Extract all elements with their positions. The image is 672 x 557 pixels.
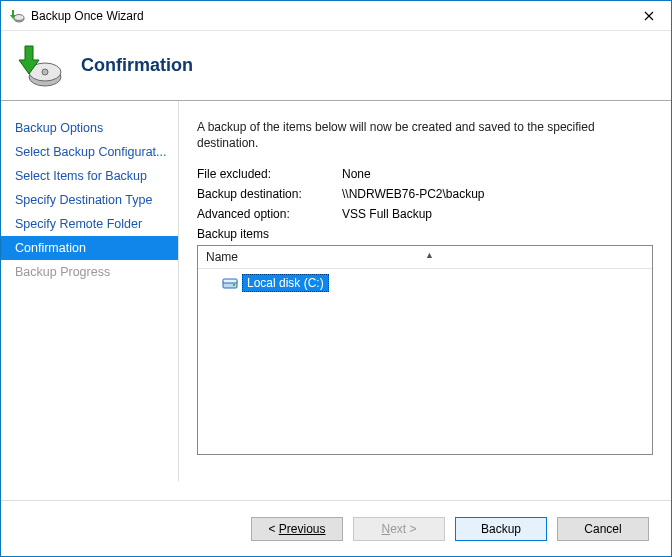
row-advanced: Advanced option: VSS Full Backup <box>197 207 653 221</box>
row-file-excluded: File excluded: None <box>197 167 653 181</box>
destination-label: Backup destination: <box>197 187 342 201</box>
step-remote-folder[interactable]: Specify Remote Folder <box>1 212 178 236</box>
wizard-steps: Backup Options Select Backup Configurat.… <box>1 101 179 481</box>
advanced-value: VSS Full Backup <box>342 207 653 221</box>
previous-text: Previous <box>279 522 326 536</box>
backup-items-list[interactable]: Name ▲ Local disk (C:) <box>197 245 653 455</box>
destination-value: \\NDRWEB76-PC2\backup <box>342 187 653 201</box>
step-backup-progress: Backup Progress <box>1 260 178 284</box>
wizard-header: Confirmation <box>1 31 671 101</box>
backup-button[interactable]: Backup <box>455 517 547 541</box>
hard-disk-icon <box>222 275 240 291</box>
step-confirmation[interactable]: Confirmation <box>1 236 178 260</box>
step-backup-options[interactable]: Backup Options <box>1 116 178 140</box>
wizard-body: Backup Options Select Backup Configurat.… <box>1 101 671 481</box>
next-button: Next > <box>353 517 445 541</box>
list-item[interactable]: Local disk (C:) <box>204 273 646 293</box>
previous-button[interactable]: < Previous <box>251 517 343 541</box>
next-text: Next <box>381 522 406 536</box>
svg-rect-6 <box>223 279 237 283</box>
file-excluded-label: File excluded: <box>197 167 342 181</box>
window-title: Backup Once Wizard <box>31 9 626 23</box>
step-select-items[interactable]: Select Items for Backup <box>1 164 178 188</box>
cancel-button[interactable]: Cancel <box>557 517 649 541</box>
items-body: Local disk (C:) <box>198 269 652 297</box>
app-icon <box>9 8 25 24</box>
list-item-label: Local disk (C:) <box>242 274 329 292</box>
window-close-button[interactable] <box>626 1 671 30</box>
file-excluded-value: None <box>342 167 653 181</box>
backup-items-label: Backup items <box>197 227 653 241</box>
page-title: Confirmation <box>81 55 193 76</box>
wizard-content: A backup of the items below will now be … <box>179 101 671 481</box>
intro-text: A backup of the items below will now be … <box>197 119 653 151</box>
titlebar: Backup Once Wizard <box>1 1 671 31</box>
wizard-header-icon <box>15 42 63 90</box>
wizard-footer: < Previous Next > Backup Cancel <box>1 500 671 556</box>
svg-point-7 <box>233 284 235 286</box>
step-destination-type[interactable]: Specify Destination Type <box>1 188 178 212</box>
row-destination: Backup destination: \\NDRWEB76-PC2\backu… <box>197 187 653 201</box>
sort-ascending-icon: ▲ <box>425 250 434 260</box>
svg-point-4 <box>42 69 48 75</box>
column-header-name[interactable]: Name ▲ <box>198 246 652 269</box>
column-name-text: Name <box>206 250 238 264</box>
step-select-backup-config[interactable]: Select Backup Configurat... <box>1 140 178 164</box>
advanced-label: Advanced option: <box>197 207 342 221</box>
